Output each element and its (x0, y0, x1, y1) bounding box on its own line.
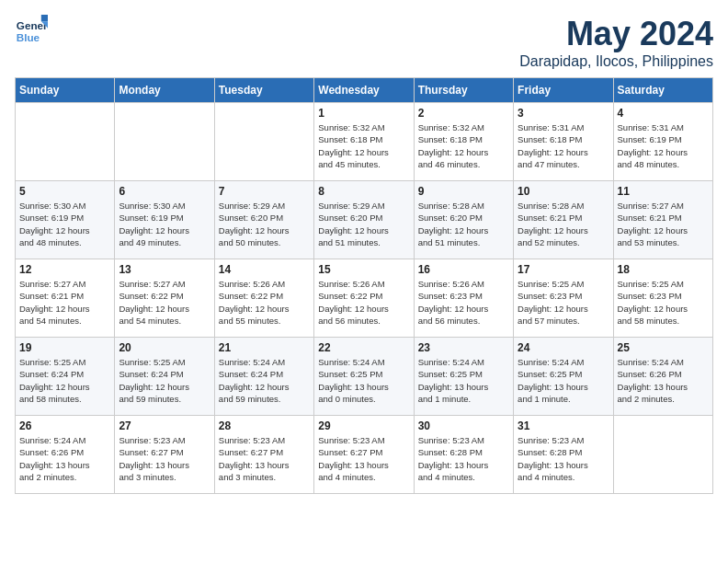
calendar-day-cell: 27Sunrise: 5:23 AM Sunset: 6:27 PM Dayli… (115, 416, 214, 494)
day-info: Sunrise: 5:23 AM Sunset: 6:27 PM Dayligh… (219, 434, 310, 483)
day-number: 3 (518, 107, 609, 120)
day-number: 6 (119, 185, 210, 198)
calendar-day-cell: 21Sunrise: 5:24 AM Sunset: 6:24 PM Dayli… (214, 338, 313, 416)
day-number: 24 (518, 341, 609, 354)
day-info: Sunrise: 5:26 AM Sunset: 6:22 PM Dayligh… (318, 278, 409, 327)
day-number: 19 (19, 341, 110, 354)
day-info: Sunrise: 5:23 AM Sunset: 6:28 PM Dayligh… (418, 434, 509, 483)
day-number: 8 (318, 185, 409, 198)
calendar-day-cell: 29Sunrise: 5:23 AM Sunset: 6:27 PM Dayli… (314, 416, 414, 494)
weekday-header: Friday (514, 78, 613, 103)
calendar-day-cell: 23Sunrise: 5:24 AM Sunset: 6:25 PM Dayli… (414, 338, 513, 416)
day-number: 9 (418, 185, 509, 198)
day-number: 29 (318, 419, 409, 432)
calendar-day-cell: 16Sunrise: 5:26 AM Sunset: 6:23 PM Dayli… (414, 259, 513, 338)
location-subtitle: Darapidap, Ilocos, Philippines (519, 53, 713, 70)
weekday-header: Wednesday (314, 78, 414, 103)
calendar-day-cell: 10Sunrise: 5:28 AM Sunset: 6:21 PM Dayli… (514, 181, 613, 259)
day-number: 20 (119, 341, 210, 354)
day-number: 12 (19, 263, 110, 276)
day-info: Sunrise: 5:24 AM Sunset: 6:26 PM Dayligh… (618, 356, 709, 405)
calendar-day-cell: 28Sunrise: 5:23 AM Sunset: 6:27 PM Dayli… (214, 416, 313, 494)
weekday-header-row: SundayMondayTuesdayWednesdayThursdayFrid… (16, 78, 713, 103)
day-number: 11 (618, 185, 709, 198)
day-info: Sunrise: 5:28 AM Sunset: 6:21 PM Dayligh… (518, 200, 609, 248)
day-number: 28 (219, 419, 310, 432)
day-info: Sunrise: 5:25 AM Sunset: 6:24 PM Dayligh… (19, 356, 110, 405)
day-info: Sunrise: 5:24 AM Sunset: 6:25 PM Dayligh… (318, 356, 409, 405)
calendar-day-cell: 17Sunrise: 5:25 AM Sunset: 6:23 PM Dayli… (514, 259, 613, 338)
calendar-day-cell: 19Sunrise: 5:25 AM Sunset: 6:24 PM Dayli… (16, 338, 115, 416)
day-info: Sunrise: 5:27 AM Sunset: 6:22 PM Dayligh… (119, 278, 210, 327)
month-title: May 2024 (519, 15, 713, 53)
svg-marker-4 (41, 15, 48, 21)
calendar-day-cell: 5Sunrise: 5:30 AM Sunset: 6:19 PM Daylig… (16, 181, 115, 259)
day-info: Sunrise: 5:25 AM Sunset: 6:23 PM Dayligh… (518, 278, 609, 327)
calendar-day-cell (214, 103, 313, 181)
day-number: 17 (518, 263, 609, 276)
calendar-day-cell (613, 416, 712, 494)
calendar-week-row: 19Sunrise: 5:25 AM Sunset: 6:24 PM Dayli… (16, 338, 713, 416)
day-number: 21 (219, 341, 310, 354)
day-info: Sunrise: 5:27 AM Sunset: 6:21 PM Dayligh… (618, 200, 709, 248)
logo: General Blue (15, 15, 48, 48)
calendar-week-row: 26Sunrise: 5:24 AM Sunset: 6:26 PM Dayli… (16, 416, 713, 494)
weekday-header: Thursday (414, 78, 513, 103)
calendar-day-cell: 3Sunrise: 5:31 AM Sunset: 6:18 PM Daylig… (514, 103, 613, 181)
calendar-day-cell: 11Sunrise: 5:27 AM Sunset: 6:21 PM Dayli… (613, 181, 712, 259)
day-info: Sunrise: 5:26 AM Sunset: 6:23 PM Dayligh… (418, 278, 509, 327)
calendar-week-row: 5Sunrise: 5:30 AM Sunset: 6:19 PM Daylig… (16, 181, 713, 259)
day-number: 10 (518, 185, 609, 198)
day-number: 1 (318, 107, 409, 120)
day-number: 31 (518, 419, 609, 432)
calendar-day-cell: 2Sunrise: 5:32 AM Sunset: 6:18 PM Daylig… (414, 103, 513, 181)
day-info: Sunrise: 5:24 AM Sunset: 6:24 PM Dayligh… (219, 356, 310, 405)
day-info: Sunrise: 5:24 AM Sunset: 6:25 PM Dayligh… (418, 356, 509, 405)
svg-text:Blue: Blue (17, 31, 40, 43)
calendar-day-cell (115, 103, 214, 181)
day-number: 25 (618, 341, 709, 354)
day-number: 14 (219, 263, 310, 276)
day-info: Sunrise: 5:25 AM Sunset: 6:24 PM Dayligh… (119, 356, 210, 405)
day-number: 18 (618, 263, 709, 276)
day-info: Sunrise: 5:23 AM Sunset: 6:28 PM Dayligh… (518, 434, 609, 483)
day-info: Sunrise: 5:23 AM Sunset: 6:27 PM Dayligh… (318, 434, 409, 483)
day-info: Sunrise: 5:28 AM Sunset: 6:20 PM Dayligh… (418, 200, 509, 248)
day-number: 22 (318, 341, 409, 354)
calendar-day-cell: 4Sunrise: 5:31 AM Sunset: 6:19 PM Daylig… (613, 103, 712, 181)
day-info: Sunrise: 5:26 AM Sunset: 6:22 PM Dayligh… (219, 278, 310, 327)
calendar-day-cell: 8Sunrise: 5:29 AM Sunset: 6:20 PM Daylig… (314, 181, 414, 259)
calendar-day-cell: 14Sunrise: 5:26 AM Sunset: 6:22 PM Dayli… (214, 259, 313, 338)
day-number: 7 (219, 185, 310, 198)
day-info: Sunrise: 5:30 AM Sunset: 6:19 PM Dayligh… (119, 200, 210, 248)
day-info: Sunrise: 5:24 AM Sunset: 6:25 PM Dayligh… (518, 356, 609, 405)
calendar-day-cell: 9Sunrise: 5:28 AM Sunset: 6:20 PM Daylig… (414, 181, 513, 259)
calendar-day-cell: 30Sunrise: 5:23 AM Sunset: 6:28 PM Dayli… (414, 416, 513, 494)
calendar-day-cell: 25Sunrise: 5:24 AM Sunset: 6:26 PM Dayli… (613, 338, 712, 416)
calendar-day-cell: 31Sunrise: 5:23 AM Sunset: 6:28 PM Dayli… (514, 416, 613, 494)
day-info: Sunrise: 5:25 AM Sunset: 6:23 PM Dayligh… (618, 278, 709, 327)
day-number: 26 (19, 419, 110, 432)
day-number: 2 (418, 107, 509, 120)
calendar-week-row: 1Sunrise: 5:32 AM Sunset: 6:18 PM Daylig… (16, 103, 713, 181)
calendar-day-cell: 1Sunrise: 5:32 AM Sunset: 6:18 PM Daylig… (314, 103, 414, 181)
calendar-week-row: 12Sunrise: 5:27 AM Sunset: 6:21 PM Dayli… (16, 259, 713, 338)
day-number: 15 (318, 263, 409, 276)
day-number: 23 (418, 341, 509, 354)
day-info: Sunrise: 5:31 AM Sunset: 6:18 PM Dayligh… (518, 121, 609, 170)
day-info: Sunrise: 5:24 AM Sunset: 6:26 PM Dayligh… (19, 434, 110, 483)
calendar-day-cell: 20Sunrise: 5:25 AM Sunset: 6:24 PM Dayli… (115, 338, 214, 416)
day-info: Sunrise: 5:29 AM Sunset: 6:20 PM Dayligh… (219, 200, 310, 248)
weekday-header: Saturday (613, 78, 712, 103)
day-info: Sunrise: 5:31 AM Sunset: 6:19 PM Dayligh… (618, 121, 709, 170)
calendar-day-cell: 24Sunrise: 5:24 AM Sunset: 6:25 PM Dayli… (514, 338, 613, 416)
day-info: Sunrise: 5:32 AM Sunset: 6:18 PM Dayligh… (318, 121, 409, 170)
calendar-day-cell: 22Sunrise: 5:24 AM Sunset: 6:25 PM Dayli… (314, 338, 414, 416)
calendar-day-cell: 13Sunrise: 5:27 AM Sunset: 6:22 PM Dayli… (115, 259, 214, 338)
calendar-day-cell: 12Sunrise: 5:27 AM Sunset: 6:21 PM Dayli… (16, 259, 115, 338)
day-info: Sunrise: 5:32 AM Sunset: 6:18 PM Dayligh… (418, 121, 509, 170)
page-header: General Blue May 2024 Darapidap, Ilocos,… (15, 15, 713, 70)
day-info: Sunrise: 5:23 AM Sunset: 6:27 PM Dayligh… (119, 434, 210, 483)
day-info: Sunrise: 5:29 AM Sunset: 6:20 PM Dayligh… (318, 200, 409, 248)
calendar-day-cell: 15Sunrise: 5:26 AM Sunset: 6:22 PM Dayli… (314, 259, 414, 338)
